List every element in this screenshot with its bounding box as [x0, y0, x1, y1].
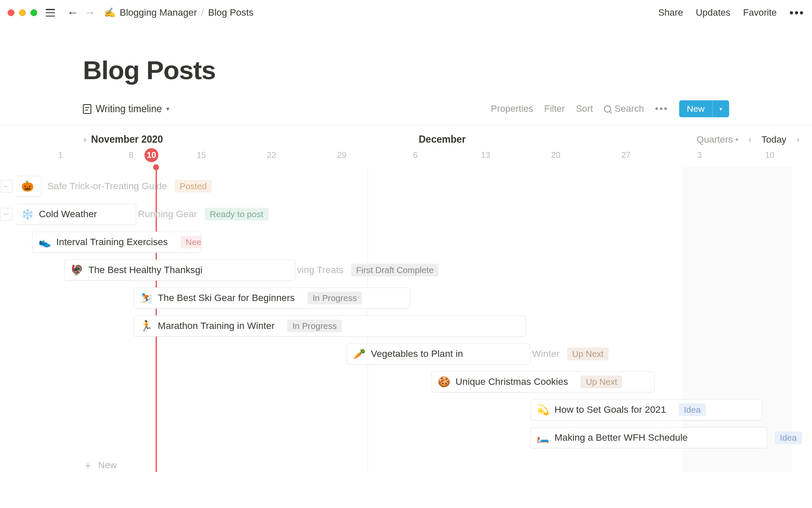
day-label: 10 [765, 150, 774, 160]
page-header: Blog Posts [0, 25, 812, 100]
timeline-row: ⛷️The Best Ski Gear for BeginnersIn Prog… [134, 287, 410, 309]
timeline-card[interactable]: 💫How to Set Goals for 2021Idea [530, 399, 762, 420]
card-title-overflow: Running Gear [138, 209, 197, 220]
card-title-overflow: Safe Trick-or-Treating Guide [47, 181, 167, 192]
sort-button[interactable]: Sort [576, 103, 593, 114]
minimize-window-icon[interactable] [19, 9, 26, 16]
timeline-card[interactable]: 🏃Marathon Training in WinterIn Progress [134, 315, 526, 337]
card-emoji-icon: 🍪 [438, 376, 450, 388]
timeline-card[interactable]: ⛷️The Best Ski Gear for BeginnersIn Prog… [134, 287, 410, 309]
filter-button[interactable]: Filter [544, 103, 565, 114]
status-badge: Idea [775, 431, 802, 444]
view-name: Writing timeline [96, 103, 162, 115]
maximize-window-icon[interactable] [30, 9, 37, 16]
status-badge: Needs proofreading [181, 236, 201, 248]
view-selector[interactable]: Writing timeline ▾ [83, 103, 170, 115]
card-emoji-icon: 👟 [38, 236, 51, 248]
day-label: 29 [337, 150, 346, 160]
timeline-row: 🦃The Best Healthy Thanksgiving TreatsFir… [64, 260, 439, 281]
timeline-row: ←❄️Cold WeatherRunning GearReady to post [0, 204, 269, 225]
card-title-overflow: Winter [532, 348, 560, 359]
prev-period-button[interactable]: ‹ [747, 135, 753, 144]
timeline-row: ←🎃Safe Trick-or-Treating GuidePosted [0, 176, 212, 197]
status-badge: Ready to post [205, 208, 269, 221]
next-period-button[interactable]: › [795, 135, 801, 144]
timeline-row: 🥕Vegetables to Plant inWinterUp Next [347, 343, 609, 364]
timeline-card[interactable]: 🎃 [17, 176, 41, 197]
status-badge: First Draft Complete [351, 264, 439, 276]
new-dropdown-button[interactable]: ▾ [712, 100, 729, 117]
expand-sidebar-icon[interactable]: ›› [83, 135, 85, 144]
timeline-row: 🏃Marathon Training in WinterIn Progress [134, 315, 526, 337]
card-emoji-icon: 🎃 [21, 180, 34, 192]
view-toolbar-right: Properties Filter Sort Search ••• New ▾ [491, 100, 729, 117]
card-emoji-icon: 💫 [537, 404, 549, 416]
new-row-button[interactable]: ＋ New [83, 458, 117, 472]
card-title: Interval Training Exercises [56, 237, 168, 248]
day-label: 27 [621, 150, 631, 160]
card-emoji-icon: ⛷️ [140, 292, 153, 304]
breadcrumb-current[interactable]: Blog Posts [208, 7, 254, 18]
timeline-card[interactable]: 🍪Unique Christmas CookiesUp Next [431, 371, 655, 392]
month-label-primary: November 2020 [91, 134, 163, 145]
status-badge: In Progress [287, 320, 342, 332]
chevron-down-icon: ▾ [166, 105, 170, 113]
day-label: 1 [58, 150, 63, 160]
status-badge: Posted [175, 180, 212, 193]
card-title: The Best Healthy Thanksgi [88, 265, 203, 276]
timeline-row: 🛏️Making a Better WFH ScheduleIdea [530, 427, 802, 448]
breadcrumb-parent[interactable]: Blogging Manager [120, 7, 197, 18]
page-title: Blog Posts [83, 55, 812, 85]
new-button-group: New ▾ [679, 100, 729, 117]
day-label: 3 [697, 150, 702, 160]
chevron-down-icon: ▾ [735, 136, 738, 143]
timeline-card[interactable]: 🥕Vegetables to Plant in [347, 343, 530, 364]
list-view-icon [83, 104, 91, 114]
day-label: 8 [129, 150, 133, 160]
nav-forward-button[interactable]: → [81, 7, 98, 19]
timeline-card[interactable]: ❄️Cold Weather [17, 204, 136, 225]
properties-button[interactable]: Properties [491, 103, 533, 114]
status-badge: Up Next [581, 375, 622, 388]
day-label-today: 10 [145, 148, 159, 162]
topbar-actions: Share Updates Favorite ••• [658, 7, 804, 18]
timeline-card[interactable]: 🦃The Best Healthy Thanksgi [64, 260, 295, 281]
month-label-secondary: December [419, 134, 466, 145]
today-button[interactable]: Today [762, 134, 787, 145]
close-window-icon[interactable] [8, 9, 14, 16]
share-button[interactable]: Share [658, 7, 683, 18]
page-emoji-icon: ✍️ [104, 7, 115, 18]
updates-button[interactable]: Updates [696, 7, 730, 18]
plus-icon: ＋ [83, 458, 93, 472]
menu-icon[interactable] [46, 9, 55, 17]
scale-selector[interactable]: Quarters ▾ [697, 134, 738, 145]
timeline-card[interactable]: 👟Interval Training ExercisesNeeds proofr… [32, 232, 201, 253]
new-button[interactable]: New [679, 100, 712, 117]
card-emoji-icon: 🏃 [140, 320, 153, 332]
nav-back-button[interactable]: ← [64, 7, 81, 19]
day-label: 15 [197, 150, 206, 160]
topbar: ← → ✍️ Blogging Manager / Blog Posts Sha… [0, 0, 812, 25]
card-emoji-icon: ❄️ [21, 208, 34, 220]
day-label: 13 [481, 150, 490, 160]
window-controls [8, 9, 37, 16]
scroll-to-start-icon[interactable]: ← [0, 180, 13, 193]
status-badge: In Progress [307, 292, 362, 304]
card-title: Vegetables to Plant in [371, 348, 463, 359]
card-title: Unique Christmas Cookies [455, 376, 568, 387]
status-badge: Up Next [567, 348, 609, 360]
card-title: Marathon Training in Winter [158, 320, 274, 331]
next-month-shade [682, 167, 792, 472]
search-button[interactable]: Search [604, 103, 644, 114]
card-emoji-icon: 🛏️ [537, 432, 549, 444]
scroll-to-start-icon[interactable]: ← [0, 208, 13, 221]
favorite-button[interactable]: Favorite [743, 7, 776, 18]
card-emoji-icon: 🥕 [353, 348, 366, 360]
new-row-label: New [98, 460, 117, 471]
card-title: The Best Ski Gear for Beginners [158, 293, 295, 304]
timeline-body: ＋ New ←🎃Safe Trick-or-Treating GuidePost… [0, 167, 812, 472]
day-ruler: 18101522296132027310 [0, 150, 812, 167]
timeline-card[interactable]: 🛏️Making a Better WFH Schedule [530, 427, 767, 448]
card-title: Cold Weather [39, 209, 97, 220]
timeline-controls: Quarters ▾ ‹ Today › [697, 134, 801, 145]
